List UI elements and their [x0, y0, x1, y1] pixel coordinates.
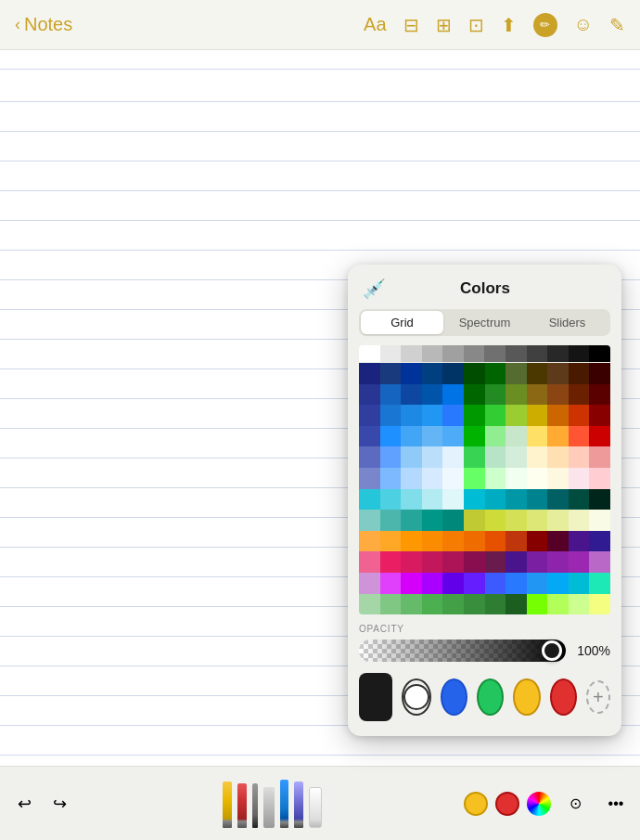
color-cell[interactable] [442, 551, 464, 573]
color-cell[interactable] [589, 594, 610, 615]
gray-cell-1[interactable] [380, 345, 402, 362]
swatch-circle-outline[interactable] [402, 678, 431, 716]
color-cell[interactable] [547, 573, 569, 594]
color-cell[interactable] [359, 468, 380, 489]
gray-cell-11[interactable] [589, 345, 610, 362]
color-cell[interactable] [506, 573, 527, 594]
swatch-green[interactable] [477, 678, 504, 716]
redo-button[interactable]: ↪ [43, 787, 76, 821]
color-cell[interactable] [464, 551, 485, 573]
color-wheel-button[interactable] [527, 792, 551, 816]
color-cell[interactable] [506, 594, 527, 615]
color-cell[interactable] [464, 510, 485, 531]
color-cell[interactable] [442, 384, 464, 406]
color-cell[interactable] [422, 426, 443, 447]
color-cell[interactable] [589, 446, 610, 468]
color-cell[interactable] [380, 426, 402, 447]
color-cell[interactable] [569, 531, 590, 552]
color-cell[interactable] [464, 426, 485, 447]
more-options-button[interactable]: ••• [599, 787, 633, 821]
color-cell[interactable] [527, 384, 548, 406]
tool-eraser[interactable] [309, 787, 322, 828]
tool-marker-yellow[interactable] [223, 782, 232, 828]
color-cell[interactable] [485, 468, 506, 489]
color-cell[interactable] [485, 551, 506, 573]
color-cell[interactable] [547, 551, 569, 573]
color-cell[interactable] [506, 446, 527, 468]
color-cell[interactable] [380, 363, 402, 384]
color-cell[interactable] [589, 468, 610, 489]
color-cell[interactable] [527, 573, 548, 594]
color-cell[interactable] [442, 405, 464, 426]
color-cell[interactable] [380, 468, 402, 489]
color-cell[interactable] [506, 363, 527, 384]
color-cell[interactable] [547, 446, 569, 468]
gray-cell-10[interactable] [569, 345, 590, 362]
color-cell[interactable] [547, 468, 569, 489]
color-cell[interactable] [547, 594, 569, 615]
markup-icon[interactable]: ✏ [533, 13, 557, 37]
color-cell[interactable] [589, 363, 610, 384]
color-cell[interactable] [527, 594, 548, 615]
active-color-red[interactable] [495, 792, 519, 816]
color-cell[interactable] [569, 551, 590, 573]
color-cell[interactable] [464, 489, 485, 510]
color-cell[interactable] [442, 531, 464, 552]
gray-cell-6[interactable] [484, 345, 506, 362]
color-cell[interactable] [422, 405, 443, 426]
gray-cell-3[interactable] [422, 345, 443, 362]
color-cell[interactable] [485, 405, 506, 426]
share-icon[interactable]: ⬆ [501, 14, 517, 36]
color-cell[interactable] [422, 446, 443, 468]
color-cell[interactable] [401, 426, 422, 447]
tool-ruler[interactable] [263, 787, 275, 828]
color-cell[interactable] [589, 489, 610, 510]
color-cell[interactable] [359, 489, 380, 510]
color-cell[interactable] [401, 384, 422, 406]
emoji-icon[interactable]: ☺ [574, 14, 593, 35]
color-cell[interactable] [359, 510, 380, 531]
color-cell[interactable] [569, 594, 590, 615]
color-cell[interactable] [506, 384, 527, 406]
color-cell[interactable] [485, 573, 506, 594]
color-cell[interactable] [401, 594, 422, 615]
swatch-red[interactable] [550, 678, 577, 716]
color-cell[interactable] [547, 489, 569, 510]
color-cell[interactable] [506, 426, 527, 447]
color-cell[interactable] [527, 446, 548, 468]
color-cell[interactable] [527, 468, 548, 489]
color-cell[interactable] [506, 405, 527, 426]
color-cell[interactable] [547, 363, 569, 384]
color-cell[interactable] [589, 384, 610, 406]
color-cell[interactable] [485, 384, 506, 406]
color-cell[interactable] [422, 551, 443, 573]
color-cell[interactable] [506, 551, 527, 573]
color-cell[interactable] [359, 384, 380, 406]
add-swatch-button[interactable]: + [586, 680, 610, 714]
tool-marker-red[interactable] [237, 783, 247, 828]
color-cell[interactable] [527, 363, 548, 384]
color-cell[interactable] [485, 446, 506, 468]
tab-grid[interactable]: Grid [361, 311, 443, 334]
tab-spectrum[interactable]: Spectrum [443, 311, 526, 334]
color-cell[interactable] [589, 405, 610, 426]
color-cell[interactable] [506, 489, 527, 510]
active-color-yellow[interactable] [464, 792, 488, 816]
color-cell[interactable] [401, 468, 422, 489]
color-cell[interactable] [422, 489, 443, 510]
swatch-yellow[interactable] [513, 678, 540, 716]
color-cell[interactable] [464, 405, 485, 426]
color-cell[interactable] [464, 384, 485, 406]
opacity-slider-track[interactable] [359, 640, 566, 662]
color-cell[interactable] [589, 426, 610, 447]
color-cell[interactable] [359, 405, 380, 426]
color-cell[interactable] [401, 510, 422, 531]
gray-cell-8[interactable] [527, 345, 548, 362]
color-cell[interactable] [442, 426, 464, 447]
color-cell[interactable] [359, 551, 380, 573]
color-cell[interactable] [380, 446, 402, 468]
color-cell[interactable] [506, 510, 527, 531]
color-cell[interactable] [422, 594, 443, 615]
tool-pen-blue[interactable] [280, 780, 288, 828]
color-cell[interactable] [569, 510, 590, 531]
